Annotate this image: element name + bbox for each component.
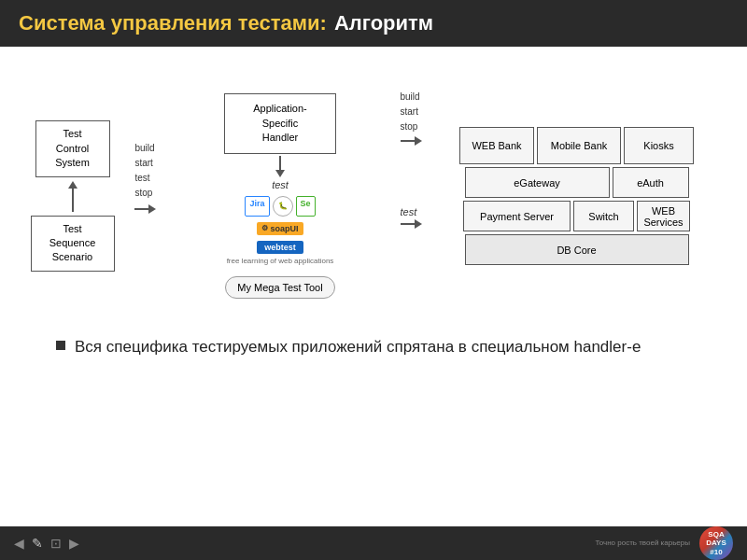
down-arrow-head [275, 170, 285, 177]
kiosks-box: Kiosks [624, 127, 694, 164]
tool-webtest: webtest [257, 241, 303, 254]
footer: ◀ ✎ ⊡ ▶ Точно рость твоей карьеры SQADAY… [0, 526, 747, 560]
switch-box: Switch [573, 201, 634, 231]
kiosks-label: Kiosks [643, 140, 673, 151]
tools-row-3: webtest [257, 241, 303, 254]
bullet-icon [56, 341, 65, 350]
right-pyramid: WEB Bank Mobile Bank Kiosks eGateway [434, 127, 719, 265]
header: Система управления тестами: Алгоритм [0, 0, 747, 47]
bottom-section: Вся специфика тестируемых приложений спр… [28, 327, 719, 372]
egateway-box: eGateway [465, 167, 610, 198]
switch-label: Switch [588, 211, 618, 222]
left-to-center-arrow: buildstartteststop [117, 141, 173, 214]
sqa-logo: Точно рость твоей карьеры SQADAYS#10 [595, 526, 733, 560]
test-control-label: TestControlSystem [55, 127, 90, 170]
eauth-label: eAuth [637, 177, 664, 189]
payment-server-box: Payment Server [463, 201, 571, 231]
web-services-label: WEB Services [643, 205, 683, 228]
pyramid-row-4: DB Core [434, 234, 719, 265]
web-bank-label: WEB Bank [472, 140, 521, 151]
center-to-right-arrows: buildstartstop test [388, 90, 434, 229]
nav-forward-box[interactable]: ⊡ [50, 536, 62, 551]
mobile-bank-box: Mobile Bank [537, 127, 621, 164]
tool-jira: Jira [245, 196, 269, 217]
web-services-box: WEB Services [637, 201, 690, 231]
nav-icons: ◀ ✎ ⊡ ▶ [14, 536, 79, 551]
app-handler-label: Application-SpecificHandler [236, 102, 324, 145]
app-handler-box: Application-SpecificHandler [224, 93, 336, 153]
mobile-bank-label: Mobile Bank [551, 140, 608, 151]
web-bank-box: WEB Bank [459, 127, 534, 164]
main-content: TestControlSystem Test SequenceScenario … [0, 47, 747, 526]
db-core-label: DB Core [557, 245, 596, 256]
payment-server-label: Payment Server [480, 211, 554, 222]
nav-pencil[interactable]: ✎ [32, 536, 43, 551]
pyramid-row-2: eGateway eAuth [434, 167, 719, 198]
nav-forward[interactable]: ▶ [69, 536, 79, 551]
v-line-2 [279, 156, 281, 170]
tools-row-2: ⚙soapUI [257, 222, 303, 235]
tool-selenium: Se [296, 196, 316, 217]
bullet-text: Вся специфика тестируемых приложений спр… [75, 336, 641, 358]
header-subtitle: Алгоритм [334, 11, 433, 35]
test-label-2: test [401, 206, 417, 217]
sqa-circle: SQADAYS#10 [699, 526, 733, 560]
tool-soapui: ⚙soapUI [257, 222, 303, 235]
eauth-box: eAuth [613, 167, 689, 198]
mega-test-box: My Mega Test Tool [225, 276, 334, 299]
nav-back[interactable]: ◀ [14, 536, 24, 551]
sqa-label: SQADAYS#10 [706, 530, 726, 557]
slide: Система управления тестами: Алгоритм Tes… [0, 0, 747, 560]
egateway-label: eGateway [514, 177, 560, 189]
h-line-1 [134, 208, 148, 210]
center-column: Application-SpecificHandler test Jira 🐛 … [173, 93, 388, 298]
sqa-sub: Точно рость твоей карьеры [595, 539, 690, 548]
test-arrow-down [275, 156, 285, 177]
tool-webtest-sub: free learning of web applications [227, 257, 334, 265]
v-line-1 [72, 189, 74, 212]
left-column: TestControlSystem Test SequenceScenario [28, 120, 117, 271]
tools-row-1: Jira 🐛 Se [245, 196, 315, 217]
test-control-box: TestControlSystem [35, 120, 110, 176]
arrow-right-1 [148, 204, 156, 214]
test-sequence-label: Test SequenceScenario [41, 222, 105, 265]
up-arrow-head [68, 181, 78, 189]
diagram: TestControlSystem Test SequenceScenario … [28, 65, 719, 327]
pyramid-row-3: Payment Server Switch WEB Services [434, 201, 719, 231]
db-core-box: DB Core [465, 234, 689, 265]
tool-bugz: 🐛 [273, 196, 293, 217]
test-label-1: test [272, 179, 289, 190]
pyramid-row-1: WEB Bank Mobile Bank Kiosks [434, 127, 719, 164]
header-title: Система управления тестами: [19, 11, 327, 35]
mega-test-label: My Mega Test Tool [237, 282, 322, 293]
test-sequence-box: Test SequenceScenario [31, 216, 115, 272]
